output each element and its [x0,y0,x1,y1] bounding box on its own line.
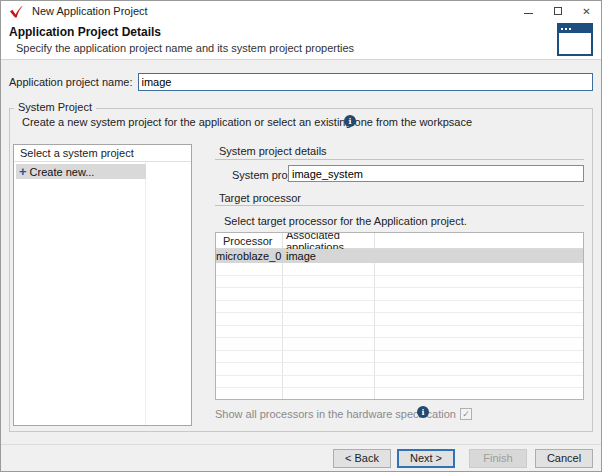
table-row-empty [216,276,583,289]
table-row-empty [216,363,583,376]
column-header-processor[interactable]: Processor [216,235,282,247]
system-project-group-label: System Project [14,101,96,113]
cancel-button[interactable]: Cancel [535,449,593,468]
show-all-processors-checkbox[interactable]: ✓ [460,408,472,420]
table-row-selected[interactable]: microblaze_0 image [216,249,583,263]
system-project-details-panel: System project details System project na… [215,141,590,424]
wizard-header: Application Project Details Specify the … [1,21,601,60]
list-column-separator [145,145,146,425]
list-item-create-new[interactable]: + Create new... [16,164,146,179]
page-title: Application Project Details [9,25,161,39]
application-name-row: Application project name: [9,73,593,91]
cell-processor: microblaze_0 [216,250,282,262]
minimize-button[interactable] [514,1,543,21]
table-header-row: Processor Associated applications [216,233,583,249]
details-divider [215,159,584,160]
table-row-empty [216,263,583,276]
window-title: New Application Project [32,5,148,17]
show-all-processors-row: Show all processors in the hardware spec… [215,408,472,420]
target-divider [215,205,584,206]
table-row-empty [216,326,583,339]
wizard-window-icon [557,23,593,56]
system-project-description: Create a new system project for the appl… [22,116,472,128]
new-application-project-dialog: New Application Project ✕ Application Pr… [0,0,602,472]
create-new-label: Create new... [30,166,95,178]
table-row-empty [216,376,583,389]
table-row-empty [216,338,583,351]
close-button[interactable]: ✕ [572,1,601,21]
dialog-body: Application project name: System Project… [1,60,601,444]
title-bar: New Application Project ✕ [1,1,601,21]
plus-icon: + [19,165,27,178]
application-name-label: Application project name: [9,76,133,88]
list-header: Select a system project [14,145,191,162]
table-row-empty [216,351,583,364]
window-controls: ✕ [514,1,601,21]
info-icon[interactable]: i [417,406,429,418]
details-section-label: System project details [219,145,327,157]
back-button[interactable]: < Back [333,449,391,468]
page-subtitle: Specify the application project name and… [16,42,354,54]
application-name-input[interactable] [138,73,593,91]
table-row-empty [216,301,583,314]
processor-table[interactable]: Processor Associated applications microb… [215,232,584,400]
system-project-group: System Project Create a new system proje… [9,108,593,432]
xilinx-logo-icon [9,5,24,18]
table-row-empty [216,388,583,400]
system-name-input[interactable] [288,165,584,182]
info-icon[interactable]: i [344,115,356,127]
table-row-empty [216,313,583,326]
system-project-list[interactable]: Select a system project + Create new... [13,144,192,426]
target-description: Select target processor for the Applicat… [224,215,467,227]
table-row-empty [216,288,583,301]
cell-applications: image [282,250,316,262]
next-button[interactable]: Next > [397,449,455,468]
finish-button: Finish [469,449,527,468]
target-processor-label: Target processor [219,192,301,204]
maximize-button[interactable] [543,1,572,21]
button-bar: < Back Next > Finish Cancel [1,444,601,471]
